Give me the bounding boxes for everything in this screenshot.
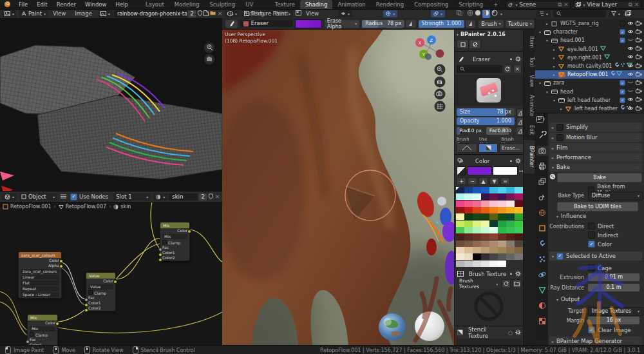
outliner-item-label[interactable]: head xyxy=(560,89,573,95)
primary-color-swatch[interactable] xyxy=(467,166,492,175)
indirect-checkbox[interactable]: Indirect xyxy=(588,231,618,239)
properties-tab-world[interactable] xyxy=(536,208,548,218)
palette-color[interactable] xyxy=(481,221,489,227)
palette-color[interactable] xyxy=(498,201,506,207)
node-socket-input[interactable] xyxy=(158,248,162,251)
expander-icon[interactable]: ▸ xyxy=(553,47,558,52)
palette-color[interactable] xyxy=(464,227,473,233)
palette-color[interactable] xyxy=(464,253,473,260)
editor-type-button[interactable]: ▾ xyxy=(2,10,17,17)
node-socket-input[interactable] xyxy=(26,340,30,344)
bake-button[interactable]: Bake xyxy=(557,173,642,182)
palette-color[interactable] xyxy=(473,207,481,213)
palette-color[interactable] xyxy=(489,233,498,240)
outliner-row[interactable]: ▾character✓ xyxy=(535,28,644,36)
properties-tab-object[interactable] xyxy=(536,223,548,233)
palette-color[interactable] xyxy=(456,213,464,220)
palette-color[interactable] xyxy=(489,253,498,260)
properties-tab-scene[interactable] xyxy=(536,192,548,202)
outliner-row[interactable]: ▾left head feather✓ xyxy=(535,96,644,104)
node-header[interactable]: zara_scar_colours xyxy=(19,252,61,258)
camera-icon[interactable] xyxy=(636,21,642,27)
expander-icon[interactable]: ▾ xyxy=(546,38,551,43)
eye-icon[interactable] xyxy=(627,106,634,112)
texture-popover-button[interactable]: Texture▾ xyxy=(506,20,535,28)
palette-color[interactable] xyxy=(515,253,523,260)
max-ray-distance-field[interactable]: 0.1 m xyxy=(588,284,639,291)
expander-icon[interactable]: ▾ xyxy=(539,81,544,85)
exclude-checkbox[interactable]: ✓ xyxy=(620,89,625,95)
palette-color[interactable] xyxy=(489,213,498,220)
outliner-item-label[interactable]: WGTS_zara_rig xyxy=(560,21,599,26)
properties-tab-material[interactable] xyxy=(536,300,548,311)
palette-color[interactable] xyxy=(473,247,481,253)
workspace-tab-shading[interactable]: Shading xyxy=(300,0,333,9)
view-layer-selector[interactable]: ▾ View Layer ⧉ ✕ xyxy=(573,1,641,9)
shader-node-mix[interactable]: MixColorMixClampFacColor1Color2 xyxy=(27,314,58,345)
dot-indicator[interactable]: • xyxy=(509,271,513,277)
outliner-row[interactable]: ▾zara✓ xyxy=(535,79,644,87)
add-workspace-button[interactable]: + xyxy=(488,0,503,9)
properties-tab-view-layer[interactable] xyxy=(536,177,548,187)
menubar-menu-render[interactable]: Render xyxy=(52,1,80,8)
node-dropdown-row[interactable]: Repeat xyxy=(21,286,59,291)
bp-slider-opacity[interactable]: Opacity1.000 xyxy=(457,117,515,125)
camera-icon[interactable] xyxy=(636,72,642,78)
palette-color[interactable] xyxy=(473,187,481,193)
open-folder-icon[interactable] xyxy=(210,10,216,17)
exclude-checkbox[interactable]: ✓ xyxy=(620,80,625,86)
outliner-options-icon[interactable] xyxy=(625,10,631,17)
outliner-item-label[interactable]: eye.right.001 xyxy=(567,55,602,61)
image-editor-canvas[interactable] xyxy=(0,18,222,191)
material-datablock-button[interactable]: ▾ xyxy=(153,193,167,201)
palette-color[interactable] xyxy=(506,241,515,247)
palette-color[interactable] xyxy=(498,187,506,193)
users-count-badge[interactable]: 2 xyxy=(188,10,195,17)
workspace-tab-scripting[interactable]: Scripting xyxy=(453,0,488,9)
palette-color[interactable] xyxy=(473,201,481,207)
palette-color[interactable] xyxy=(489,247,498,253)
palette-color[interactable] xyxy=(489,227,498,233)
gear-icon[interactable] xyxy=(515,329,521,335)
palette-color[interactable] xyxy=(464,187,473,193)
shader-type-dropdown[interactable]: Object▾ xyxy=(19,193,57,201)
menubar-menu-window[interactable]: Window xyxy=(80,1,111,8)
dot-indicator[interactable]: ○ xyxy=(508,329,513,336)
palette-color[interactable] xyxy=(473,193,481,200)
folder-icon[interactable] xyxy=(512,279,522,288)
material-users-badge[interactable]: 2 xyxy=(199,193,206,201)
hamburger-menu-icon[interactable] xyxy=(61,193,66,200)
viewport-3d[interactable]: X Z Y User xyxy=(222,29,454,345)
workspace-tab-animation[interactable]: Animation xyxy=(332,0,370,9)
palette-color[interactable] xyxy=(515,233,523,240)
outliner-item-label[interactable]: left head feather xyxy=(567,97,611,103)
node-dropdown-row[interactable]: Linear xyxy=(21,275,59,280)
extrusion-field[interactable]: 0.01 m xyxy=(588,273,639,281)
node-socket-output[interactable] xyxy=(187,230,191,233)
shader-editor-canvas[interactable]: RetopoFlow.001 › RetopoFlow.007 › skin z… xyxy=(0,201,222,345)
editor-type-button[interactable]: ▾ xyxy=(225,10,240,17)
node-header[interactable]: Value xyxy=(86,273,115,279)
palette-color[interactable] xyxy=(473,227,481,233)
radius-pressure-icon[interactable] xyxy=(406,20,415,28)
palette-color[interactable] xyxy=(506,261,515,267)
exclude-checkbox[interactable]: ✓ xyxy=(620,37,625,43)
sidebar-tab-item[interactable]: Item xyxy=(524,31,535,53)
node-header[interactable]: Mix xyxy=(28,315,57,320)
filter-button[interactable]: ▾ xyxy=(609,10,623,17)
palette-op-1[interactable]: − xyxy=(468,177,477,185)
strength-slider[interactable]: Strength1.000 xyxy=(419,20,465,28)
properties-editor-type-button[interactable] xyxy=(536,116,545,124)
margin-field[interactable]: 16 px xyxy=(588,317,639,324)
bp-slider-size[interactable]: Size78 px xyxy=(457,108,515,116)
properties-tab-particles[interactable] xyxy=(536,254,548,264)
node-socket-output[interactable] xyxy=(55,322,59,326)
blend-mode-dropdown[interactable]: Erase Alpha▾ xyxy=(325,20,360,28)
palette-color[interactable] xyxy=(515,213,523,220)
properties-tab-output[interactable] xyxy=(536,161,548,172)
eye-icon[interactable] xyxy=(627,29,634,35)
outliner-item-label[interactable]: left head feather xyxy=(574,106,618,112)
camera-icon[interactable] xyxy=(636,63,642,70)
eye-closed-icon[interactable] xyxy=(627,37,634,44)
palette-color[interactable] xyxy=(506,213,515,220)
